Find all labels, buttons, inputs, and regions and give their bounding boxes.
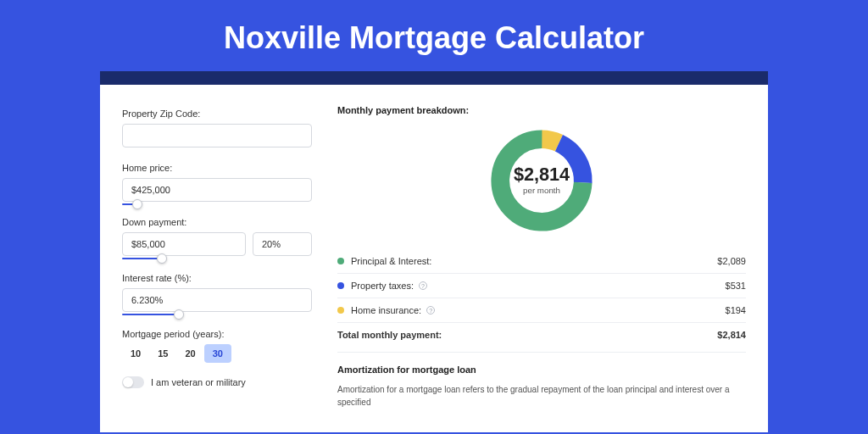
veteran-label: I am veteran or military	[151, 377, 246, 387]
page-title: Noxville Mortgage Calculator	[0, 0, 868, 71]
slider-thumb[interactable]	[174, 309, 184, 320]
down-payment-slider[interactable]	[122, 254, 256, 263]
amortization-text: Amortization for a mortgage loan refers …	[337, 383, 746, 409]
dot-icon	[337, 307, 344, 314]
input-form: Property Zip Code: Home price: Down paym…	[122, 105, 327, 432]
zip-input[interactable]	[122, 124, 312, 147]
legend-row-total: Total monthly payment: $2,814	[337, 322, 746, 347]
help-icon[interactable]: ?	[419, 281, 427, 290]
zip-label: Property Zip Code:	[122, 108, 312, 119]
veteran-toggle[interactable]	[122, 376, 144, 388]
down-payment-input[interactable]	[122, 232, 246, 256]
period-option-10[interactable]: 10	[122, 344, 149, 363]
legend-row-insurance: Home insurance: ? $194	[337, 298, 746, 322]
calculator-card: Property Zip Code: Home price: Down paym…	[100, 85, 768, 432]
period-option-20[interactable]: 20	[177, 344, 204, 363]
legend-row-taxes: Property taxes: ? $531	[337, 273, 746, 298]
period-label: Mortgage period (years):	[122, 329, 312, 339]
toggle-knob	[123, 377, 133, 387]
dot-icon	[337, 282, 344, 289]
slider-thumb[interactable]	[132, 199, 142, 209]
donut-chart: $2,814 per month	[337, 122, 746, 248]
interest-rate-input[interactable]	[122, 288, 312, 312]
legend-value: $531	[726, 281, 746, 291]
legend-value: $2,089	[717, 256, 746, 266]
interest-rate-label: Interest rate (%):	[122, 273, 312, 283]
help-icon[interactable]: ?	[426, 306, 435, 314]
amortization-title: Amortization for mortgage loan	[337, 364, 746, 375]
breakdown-title: Monthly payment breakdown:	[337, 105, 746, 115]
amortization-section: Amortization for mortgage loan Amortizat…	[337, 352, 746, 409]
legend-row-principal: Principal & Interest: $2,089	[337, 249, 746, 273]
period-option-15[interactable]: 15	[149, 344, 176, 363]
total-label: Total monthly payment:	[337, 330, 442, 340]
interest-rate-slider[interactable]	[122, 310, 312, 319]
legend-label: Principal & Interest:	[351, 256, 431, 266]
slider-thumb[interactable]	[157, 253, 167, 264]
down-payment-pct-input[interactable]	[253, 232, 312, 256]
down-payment-label: Down payment:	[122, 217, 312, 227]
legend-label: Property taxes:	[351, 281, 414, 291]
total-value: $2,814	[717, 330, 746, 340]
home-price-label: Home price:	[122, 163, 312, 173]
donut-center-sub: per month	[523, 186, 560, 195]
home-price-slider[interactable]	[122, 200, 312, 209]
legend-label: Home insurance:	[351, 305, 421, 315]
dot-icon	[337, 258, 344, 264]
legend: Principal & Interest: $2,089 Property ta…	[337, 249, 746, 347]
donut-center-value: $2,814	[514, 164, 570, 185]
period-option-30[interactable]: 30	[204, 344, 231, 363]
home-price-input[interactable]	[122, 178, 312, 202]
results-panel: Monthly payment breakdown: $2,814 per mo…	[327, 105, 746, 432]
legend-value: $194	[726, 305, 746, 315]
period-group: 10 15 20 30	[122, 344, 312, 363]
